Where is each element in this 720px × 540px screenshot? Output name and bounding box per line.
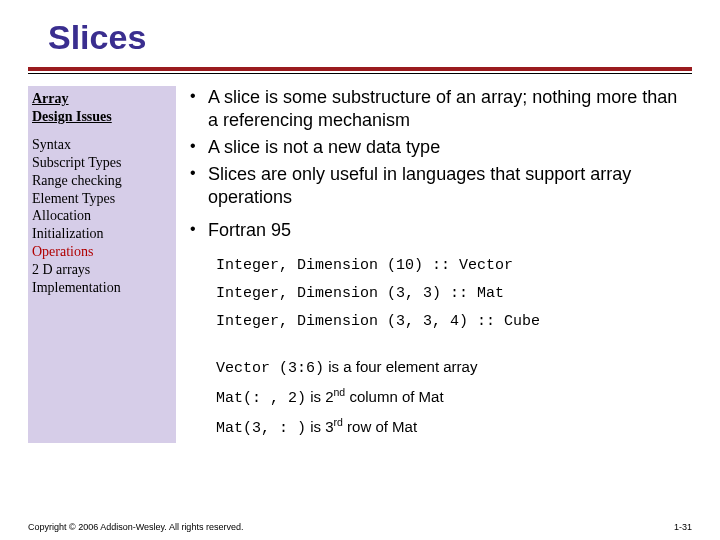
rule-top xyxy=(28,67,692,71)
example-code: Vector (3:6) xyxy=(216,360,324,377)
sidebar-item-element-types: Element Types xyxy=(32,190,170,208)
example-line: Mat(: , 2) is 2nd column of Mat xyxy=(216,383,692,413)
code-line: Integer, Dimension (10) :: Vector xyxy=(216,252,692,280)
sidebar-item-implementation: Implementation xyxy=(32,279,170,297)
copyright-text: Copyright © 2006 Addison-Wesley. All rig… xyxy=(28,522,243,532)
slide-title: Slices xyxy=(28,18,692,67)
sidebar-item-initialization: Initialization xyxy=(32,225,170,243)
bullet-item: Fortran 95 xyxy=(186,219,692,242)
bullet-item: Slices are only useful in languages that… xyxy=(186,163,692,209)
slide: Slices Array Design Issues Syntax Subscr… xyxy=(0,0,720,540)
sidebar-heading-line2: Design Issues xyxy=(32,109,112,124)
bullet-item: A slice is some substructure of an array… xyxy=(186,86,692,132)
code-line: Integer, Dimension (3, 3, 4) :: Cube xyxy=(216,308,692,336)
sidebar-item-operations: Operations xyxy=(32,243,170,261)
page-number: 1-31 xyxy=(674,522,692,532)
example-prose: is 3rd row of Mat xyxy=(306,418,417,435)
example-prose: is a four element array xyxy=(324,358,477,375)
rule-bottom xyxy=(28,73,692,74)
sidebar: Array Design Issues Syntax Subscript Typ… xyxy=(28,86,176,443)
sidebar-item-subscript-types: Subscript Types xyxy=(32,154,170,172)
example-code: Mat(: , 2) xyxy=(216,390,306,407)
sidebar-heading: Array Design Issues xyxy=(32,90,170,126)
example-line: Mat(3, : ) is 3rd row of Mat xyxy=(216,413,692,443)
ordinal-suffix: nd xyxy=(334,386,346,398)
bullet-item: A slice is not a new data type xyxy=(186,136,692,159)
bullet-list: A slice is some substructure of an array… xyxy=(186,86,692,242)
content-row: Array Design Issues Syntax Subscript Typ… xyxy=(28,86,692,443)
footer: Copyright © 2006 Addison-Wesley. All rig… xyxy=(28,522,692,532)
sidebar-item-syntax: Syntax xyxy=(32,136,170,154)
example-line: Vector (3:6) is a four element array xyxy=(216,353,692,383)
examples-block: Vector (3:6) is a four element array Mat… xyxy=(216,353,692,442)
main-content: A slice is some substructure of an array… xyxy=(176,86,692,443)
code-line: Integer, Dimension (3, 3) :: Mat xyxy=(216,280,692,308)
sidebar-item-2d-arrays: 2 D arrays xyxy=(32,261,170,279)
ordinal-suffix: rd xyxy=(334,416,343,428)
code-block: Integer, Dimension (10) :: Vector Intege… xyxy=(216,252,692,335)
sidebar-heading-line1: Array xyxy=(32,91,69,106)
example-code: Mat(3, : ) xyxy=(216,420,306,437)
example-prose: is 2nd column of Mat xyxy=(306,388,444,405)
sidebar-item-range-checking: Range checking xyxy=(32,172,170,190)
sidebar-item-allocation: Allocation xyxy=(32,207,170,225)
